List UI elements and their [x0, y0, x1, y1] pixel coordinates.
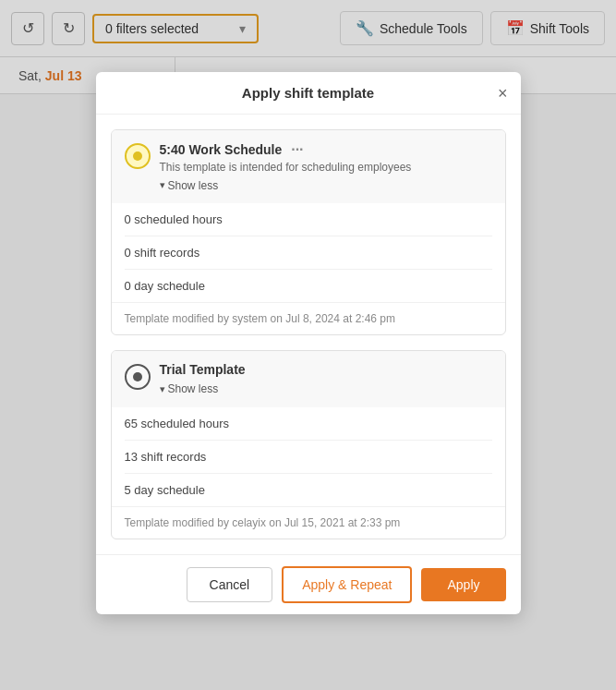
template-desc-1: This template is intended for scheduling… [160, 160, 492, 176]
stat-row-1-0: 0 scheduled hours [125, 203, 492, 236]
close-icon: × [498, 84, 508, 103]
modal-footer: Cancel Apply & Repeat Apply [96, 554, 521, 614]
template-info-2: Trial Template Show less [160, 362, 492, 396]
template-name-2: Trial Template [160, 362, 492, 377]
stat-row-1-1: 0 shift records [125, 236, 492, 270]
template-card-header-1: 5:40 Work Schedule ··· This template is … [112, 130, 505, 203]
stat-row-2-0: 65 scheduled hours [125, 407, 492, 441]
template-more-button-1[interactable]: ··· [291, 141, 303, 157]
template-info-1: 5:40 Work Schedule ··· This template is … [160, 141, 492, 192]
template-icon-dot-2 [133, 372, 142, 381]
modal-header: Apply shift template × [96, 72, 521, 115]
template-card-header-2: Trial Template Show less [112, 351, 505, 407]
template-name-1: 5:40 Work Schedule ··· [160, 141, 492, 158]
template-icon-1 [125, 143, 151, 169]
cancel-button[interactable]: Cancel [187, 567, 273, 602]
template-stats-2: 65 scheduled hours 13 shift records 5 da… [112, 407, 505, 506]
apply-button[interactable]: Apply [421, 568, 505, 601]
modal-body[interactable]: 5:40 Work Schedule ··· This template is … [96, 115, 521, 554]
apply-shift-modal: Apply shift template × 5:40 Work Schedul… [96, 72, 521, 614]
template-card-1: 5:40 Work Schedule ··· This template is … [111, 129, 506, 335]
modal-close-button[interactable]: × [498, 85, 508, 102]
show-less-2[interactable]: Show less [160, 382, 219, 395]
apply-repeat-button[interactable]: Apply & Repeat [282, 566, 412, 603]
stat-row-2-2: 5 day schedule [125, 474, 492, 506]
stat-row-1-2: 0 day schedule [125, 270, 492, 302]
template-card-2: Trial Template Show less 65 scheduled ho… [111, 350, 506, 539]
template-modified-2: Template modified by celayix on Jul 15, … [112, 506, 505, 539]
show-less-1[interactable]: Show less [160, 179, 219, 192]
modal-title: Apply shift template [242, 85, 374, 101]
template-icon-2 [125, 364, 151, 390]
template-icon-dot-1 [133, 151, 142, 161]
stat-row-2-1: 13 shift records [125, 441, 492, 474]
template-modified-1: Template modified by system on Jul 8, 20… [112, 302, 505, 334]
template-stats-1: 0 scheduled hours 0 shift records 0 day … [112, 203, 505, 302]
modal-overlay: Apply shift template × 5:40 Work Schedul… [0, 0, 616, 690]
